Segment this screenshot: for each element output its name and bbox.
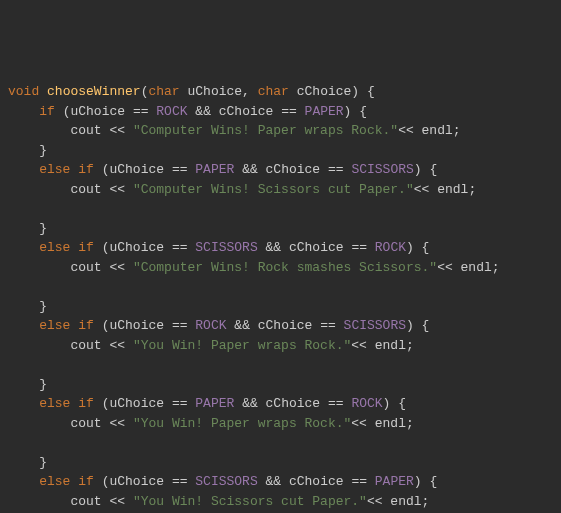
code-token-str: "Computer Wins! Paper wraps Rock." [133,123,398,138]
code-token-punct: ) { [406,240,429,255]
code-token-param: uChoice [109,396,164,411]
code-token-const: ROCK [195,318,226,333]
code-line[interactable]: else if (uChoice == ROCK && cChoice == S… [8,316,553,336]
code-token-op: << [414,182,430,197]
code-line[interactable]: if (uChoice == ROCK && cChoice == PAPER)… [8,102,553,122]
code-token-param: endl [461,260,492,275]
code-token-op: << [351,416,367,431]
code-line[interactable]: } [8,375,553,395]
code-token-kw: else if [39,240,94,255]
code-token-param: cChoice [266,396,321,411]
code-token-kw: else if [39,474,94,489]
code-token-const: SCISSORS [195,240,257,255]
code-token-punct: ) { [414,474,437,489]
code-line[interactable]: else if (uChoice == PAPER && cChoice == … [8,394,553,414]
code-token-str: "You Win! Paper wraps Rock." [133,338,351,353]
code-line[interactable] [8,433,553,453]
code-token-op: == [172,396,188,411]
code-token-punct: } [39,299,47,314]
code-token-punct: ; [468,182,476,197]
code-line[interactable]: } [8,219,553,239]
code-token-fn: chooseWinner [47,84,141,99]
code-token-const: SCISSORS [195,474,257,489]
code-token-param: cChoice [258,318,313,333]
code-token-param: cChoice [297,84,352,99]
code-token-type: char [148,84,179,99]
code-token-op: == [351,240,367,255]
code-line[interactable]: } [8,453,553,473]
code-line[interactable]: cout << "Computer Wins! Scissors cut Pap… [8,180,553,200]
code-token-param: cChoice [219,104,274,119]
code-editor-content[interactable]: void chooseWinner(char uChoice, char cCh… [8,82,553,513]
code-token-op: && [266,474,282,489]
code-line[interactable]: } [8,297,553,317]
code-token-str: "Computer Wins! Scissors cut Paper." [133,182,414,197]
code-token-punct: , [242,84,258,99]
code-token-op: == [351,474,367,489]
code-token-const: ROCK [156,104,187,119]
code-token-punct: ; [492,260,500,275]
code-line[interactable]: else if (uChoice == SCISSORS && cChoice … [8,472,553,492]
code-token-kw: void [8,84,39,99]
code-token-param: uChoice [109,162,164,177]
code-token-op: == [172,474,188,489]
code-token-punct: ; [422,494,430,509]
code-token-op: == [328,162,344,177]
code-token-op: << [398,123,414,138]
code-token-param: endl [437,182,468,197]
code-token-param: endl [375,416,406,431]
code-token-op: << [109,182,125,197]
code-token-punct: } [39,143,47,158]
code-token-op: == [328,396,344,411]
code-token-param: uChoice [109,240,164,255]
code-token-punct: ; [453,123,461,138]
code-token-type: char [258,84,289,99]
code-token-param: cChoice [289,474,344,489]
code-token-op: == [172,162,188,177]
code-token-param: cChoice [266,162,321,177]
code-token-str: "Computer Wins! Rock smashes Scissors." [133,260,437,275]
code-token-const: PAPER [305,104,344,119]
code-token-punct: } [39,221,47,236]
code-token-param: cout [70,260,101,275]
code-token-op: << [109,416,125,431]
code-token-op: && [242,162,258,177]
code-line[interactable] [8,199,553,219]
code-token-param: uChoice [70,104,125,119]
code-token-punct: ) { [406,318,429,333]
code-line[interactable]: cout << "You Win! Paper wraps Rock."<< e… [8,414,553,434]
code-token-param: cout [70,416,101,431]
code-token-punct: ) { [383,396,406,411]
code-token-kw: else if [39,162,94,177]
code-token-str: "You Win! Scissors cut Paper." [133,494,367,509]
code-token-op: == [320,318,336,333]
code-token-op: == [172,318,188,333]
code-line[interactable]: cout << "You Win! Paper wraps Rock."<< e… [8,336,553,356]
code-line[interactable]: cout << "Computer Wins! Paper wraps Rock… [8,121,553,141]
code-token-op: && [266,240,282,255]
code-token-op: << [351,338,367,353]
code-line[interactable]: } [8,141,553,161]
code-token-const: PAPER [375,474,414,489]
code-token-punct: } [39,377,47,392]
code-token-kw: else if [39,396,94,411]
code-token-param: endl [422,123,453,138]
code-token-op: << [109,123,125,138]
code-token-param: uChoice [188,84,243,99]
code-line[interactable]: else if (uChoice == PAPER && cChoice == … [8,160,553,180]
code-token-op: << [109,338,125,353]
code-line[interactable]: else if (uChoice == SCISSORS && cChoice … [8,238,553,258]
code-line[interactable]: cout << "You Win! Scissors cut Paper."<<… [8,492,553,512]
code-token-const: SCISSORS [344,318,406,333]
code-token-punct: ) { [414,162,437,177]
code-token-op: << [437,260,453,275]
code-token-punct: ; [406,416,414,431]
code-token-op: && [234,318,250,333]
code-line[interactable] [8,277,553,297]
code-token-kw: else if [39,318,94,333]
code-token-const: PAPER [195,396,234,411]
code-token-op: == [172,240,188,255]
code-line[interactable]: void chooseWinner(char uChoice, char cCh… [8,82,553,102]
code-line[interactable] [8,355,553,375]
code-line[interactable]: cout << "Computer Wins! Rock smashes Sci… [8,258,553,278]
